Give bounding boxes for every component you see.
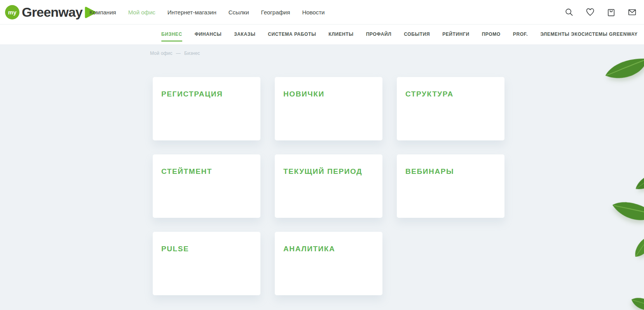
nav-item-geography[interactable]: География: [261, 9, 290, 16]
header-icons: [565, 0, 637, 24]
card-structure[interactable]: СТРУКТУРА: [397, 77, 504, 140]
nav-item-company[interactable]: Компания: [89, 9, 116, 16]
leaf-decoration-icon: [608, 194, 644, 229]
business-cards-grid: РЕГИСТРАЦИЯ НОВИЧКИ СТРУКТУРА СТЕЙТМЕНТ …: [153, 77, 504, 295]
tab-business[interactable]: БИЗНЕС: [161, 24, 182, 44]
mail-icon[interactable]: [628, 8, 637, 17]
section-tabbar: БИЗНЕС ФИНАНСЫ ЗАКАЗЫ СИСТЕМА РАБОТЫ КЛИ…: [0, 24, 644, 44]
logo-my-badge: my: [5, 5, 19, 19]
card-analytics[interactable]: АНАЛИТИКА: [275, 232, 382, 295]
main-nav: Компания Мой офис Интернет-магазин Ссылк…: [89, 0, 325, 24]
tab-work-system[interactable]: СИСТЕМА РАБОТЫ: [268, 24, 316, 44]
card-pulse[interactable]: PULSE: [153, 232, 260, 295]
tab-promo[interactable]: ПРОМО: [482, 24, 501, 44]
logo-wordmark: Greenway: [22, 5, 82, 20]
leaf-decoration-icon: [627, 291, 644, 310]
tab-clients[interactable]: КЛИЕНТЫ: [328, 24, 353, 44]
card-title: ВЕБИНАРЫ: [405, 167, 496, 176]
card-title: PULSE: [161, 245, 252, 253]
tab-profile[interactable]: ПРОФАЙЛ: [366, 24, 392, 44]
card-title: СТЕЙТМЕНТ: [161, 167, 252, 176]
search-icon[interactable]: [565, 8, 574, 17]
nav-item-my-office[interactable]: Мой офис: [128, 9, 155, 16]
card-title: ТЕКУЩИЙ ПЕРИОД: [283, 167, 374, 176]
card-title: АНАЛИТИКА: [283, 245, 374, 253]
card-newcomers[interactable]: НОВИЧКИ: [275, 77, 382, 140]
card-statement[interactable]: СТЕЙТМЕНТ: [153, 154, 260, 218]
breadcrumb-current: Бизнес: [184, 51, 200, 56]
logo[interactable]: my Greenway: [5, 0, 96, 24]
tab-prof[interactable]: PROF.: [513, 24, 528, 44]
bag-icon[interactable]: [607, 8, 616, 17]
tab-events[interactable]: СОБЫТИЯ: [404, 24, 430, 44]
leaf-decoration-icon: [632, 168, 644, 195]
card-title: РЕГИСТРАЦИЯ: [161, 90, 252, 98]
card-current-period[interactable]: ТЕКУЩИЙ ПЕРИОД: [275, 154, 382, 218]
card-webinars[interactable]: ВЕБИНАРЫ: [397, 154, 504, 218]
nav-item-online-store[interactable]: Интернет-магазин: [168, 9, 216, 16]
breadcrumb-separator: —: [176, 51, 181, 56]
card-title: СТРУКТУРА: [405, 90, 496, 98]
leaf-decoration-icon: [602, 53, 644, 86]
tab-finances[interactable]: ФИНАНСЫ: [195, 24, 222, 44]
breadcrumb: Мой офис — Бизнес: [150, 51, 200, 56]
leaf-decoration-icon: [628, 231, 644, 263]
card-title: НОВИЧКИ: [283, 90, 374, 98]
breadcrumb-my-office[interactable]: Мой офис: [150, 51, 173, 56]
header: my Greenway Компания Мой офис Интернет-м…: [0, 0, 644, 25]
tab-orders[interactable]: ЗАКАЗЫ: [234, 24, 255, 44]
favorites-heart-icon[interactable]: [586, 8, 595, 17]
nav-item-links[interactable]: Ссылки: [229, 9, 249, 16]
tab-ratings[interactable]: РЕЙТИНГИ: [442, 24, 469, 44]
tab-ecosystem-elements[interactable]: ЭЛЕМЕНТЫ ЭКОСИСТЕМЫ GREENWAY: [540, 24, 638, 44]
nav-item-news[interactable]: Новости: [302, 9, 325, 16]
card-registration[interactable]: РЕГИСТРАЦИЯ: [153, 77, 260, 140]
